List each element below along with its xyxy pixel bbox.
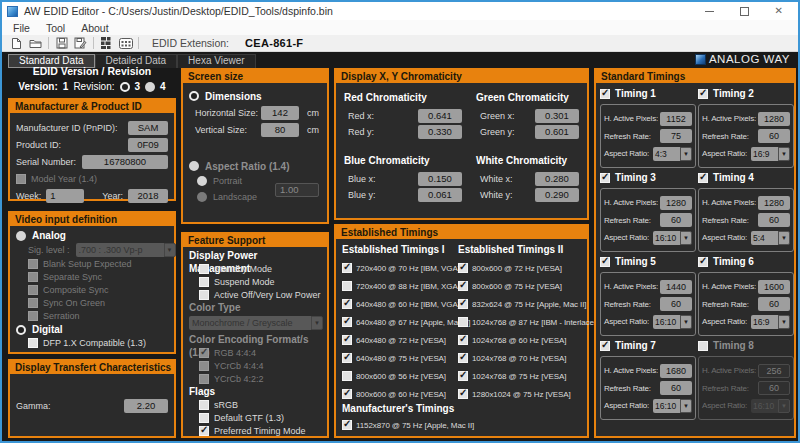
checkbox[interactable] (458, 263, 468, 273)
timing-4-refresh-field[interactable]: 60 (758, 213, 790, 227)
model-year-checkbox[interactable] (16, 174, 26, 184)
hexa-viewer-button[interactable] (116, 36, 135, 51)
timing-8-checkbox[interactable] (698, 341, 708, 351)
sync-on-green-checkbox[interactable] (28, 298, 38, 308)
manufacturer-timing-item[interactable]: 1152x870 @ 75 Hz [Apple, Mac II] (342, 416, 581, 434)
red-y-field[interactable]: 0.330 (418, 125, 462, 139)
established-timing-item[interactable]: 720x400 @ 70 Hz [IBM, VGA] (342, 259, 458, 277)
green-x-field[interactable]: 0.301 (535, 109, 579, 123)
timing-1-aspect-select[interactable]: 4:3▼ (653, 147, 692, 161)
established-timing-item[interactable]: 720x400 @ 88 Hz [IBM, XGA2] (342, 277, 458, 295)
new-file-button[interactable] (7, 36, 26, 51)
checkbox[interactable] (342, 353, 352, 363)
timing-6-checkbox[interactable] (698, 257, 708, 267)
timing-2-checkbox[interactable] (698, 89, 708, 99)
serial-number-field[interactable]: 16780800 (82, 155, 168, 169)
timing-4-aspect-select[interactable]: 5:4▼ (751, 231, 790, 245)
srgb-checkbox[interactable] (199, 400, 209, 410)
timing-5-h-field[interactable]: 1440 (660, 280, 692, 294)
timing-4-checkbox[interactable] (698, 173, 708, 183)
established-timing-item[interactable]: 800x600 @ 56 Hz [VESA] (342, 367, 458, 385)
red-x-field[interactable]: 0.641 (418, 109, 462, 123)
checkbox[interactable] (458, 335, 468, 345)
checkbox[interactable] (458, 353, 468, 363)
horizontal-size-field[interactable]: 142 (261, 106, 299, 120)
menu-about[interactable]: About (73, 22, 116, 34)
separate-sync-checkbox[interactable] (28, 272, 38, 282)
timing-7-checkbox[interactable] (600, 341, 610, 351)
established-timing-item[interactable]: 640x480 @ 72 Hz [VESA] (342, 331, 458, 349)
save-button[interactable] (52, 36, 71, 51)
established-timing-item[interactable]: 800x600 @ 75 Hz [VESA] (458, 277, 600, 295)
timing-5-checkbox[interactable] (600, 257, 610, 267)
established-timing-item[interactable]: 640x480 @ 60 Hz [IBM, VGA] (342, 295, 458, 313)
week-field[interactable]: 1 (46, 189, 84, 203)
checkbox[interactable] (342, 299, 352, 309)
aspect-ratio-radio[interactable] (189, 161, 199, 171)
checkbox[interactable] (342, 420, 352, 430)
timing-1-checkbox[interactable] (600, 89, 610, 99)
established-timing-item[interactable]: 832x624 @ 75 Hz [Apple, Mac II] (458, 295, 600, 313)
ycrcb-444-checkbox[interactable] (199, 361, 209, 371)
minimize-icon[interactable] (705, 11, 714, 12)
suspend-mode-checkbox[interactable] (199, 277, 209, 287)
product-id-field[interactable]: 0F09 (128, 138, 168, 152)
checkbox[interactable] (342, 389, 352, 399)
dfp-compatible-checkbox[interactable] (28, 338, 38, 348)
detailed-data-button[interactable] (97, 36, 116, 51)
menu-file[interactable]: File (5, 22, 38, 34)
timing-4-h-field[interactable]: 1280 (758, 196, 790, 210)
established-timing-item[interactable]: 1280x1024 @ 75 Hz [VESA] (458, 385, 600, 403)
established-timing-item[interactable]: 1024x768 @ 60 Hz [VESA] (458, 331, 600, 349)
ycrcb-422-checkbox[interactable] (199, 374, 209, 384)
digital-radio[interactable] (16, 325, 26, 335)
year-field[interactable]: 2018 (128, 189, 168, 203)
timing-6-h-field[interactable]: 1600 (758, 280, 790, 294)
established-timing-item[interactable]: 800x600 @ 72 Hz [VESA] (458, 259, 600, 277)
checkbox[interactable] (458, 389, 468, 399)
timing-3-aspect-select[interactable]: 16:10▼ (653, 231, 692, 245)
timing-3-h-field[interactable]: 1280 (660, 196, 692, 210)
active-off-checkbox[interactable] (199, 290, 209, 300)
established-timing-item[interactable]: 640x480 @ 67 Hz [Apple, Mac II] (342, 313, 458, 331)
white-x-field[interactable]: 0.280 (535, 172, 579, 186)
timing-7-refresh-field[interactable]: 60 (660, 381, 692, 395)
dimensions-radio[interactable] (189, 91, 199, 101)
blank-setup-checkbox[interactable] (28, 259, 38, 269)
timing-6-aspect-select[interactable]: 16:9▼ (751, 315, 790, 329)
timing-5-aspect-select[interactable]: 16:10▼ (653, 315, 692, 329)
save-as-button[interactable] (71, 36, 90, 51)
standby-mode-checkbox[interactable] (199, 264, 209, 274)
landscape-radio[interactable] (197, 192, 207, 202)
timing-3-refresh-field[interactable]: 60 (660, 213, 692, 227)
revision-3-radio[interactable] (120, 82, 130, 92)
checkbox[interactable] (342, 335, 352, 345)
gamma-field[interactable]: 2.20 (124, 399, 168, 413)
established-timing-item[interactable]: 800x600 @ 60 Hz [VESA] (342, 385, 458, 403)
tab-hexa-viewer[interactable]: Hexa Viewer (177, 54, 256, 68)
timing-3-checkbox[interactable] (600, 173, 610, 183)
timing-1-h-field[interactable]: 1152 (660, 112, 692, 126)
green-y-field[interactable]: 0.601 (535, 125, 579, 139)
checkbox[interactable] (342, 371, 352, 381)
timing-2-refresh-field[interactable]: 60 (758, 129, 790, 143)
timing-2-aspect-select[interactable]: 16:9▼ (751, 147, 790, 161)
portrait-radio[interactable] (197, 176, 207, 186)
established-timing-item[interactable]: 640x480 @ 75 Hz [VESA] (342, 349, 458, 367)
timing-7-aspect-select[interactable]: 16:10▼ (653, 399, 692, 413)
established-timing-item[interactable]: 1024x768 @ 70 Hz [VESA] (458, 349, 600, 367)
timing-7-h-field[interactable]: 1680 (660, 364, 692, 378)
timing-6-refresh-field[interactable]: 60 (758, 297, 790, 311)
composite-sync-checkbox[interactable] (28, 285, 38, 295)
white-y-field[interactable]: 0.290 (535, 188, 579, 202)
timing-2-h-field[interactable]: 1280 (758, 112, 790, 126)
blue-y-field[interactable]: 0.061 (418, 188, 462, 202)
checkbox[interactable] (458, 281, 468, 291)
close-icon[interactable]: ✕ (775, 6, 783, 16)
checkbox[interactable] (342, 317, 352, 327)
default-gtf-checkbox[interactable] (199, 413, 209, 423)
checkbox[interactable] (342, 263, 352, 273)
analog-radio[interactable] (16, 231, 26, 241)
checkbox[interactable] (458, 317, 468, 327)
timing-1-refresh-field[interactable]: 75 (660, 129, 692, 143)
